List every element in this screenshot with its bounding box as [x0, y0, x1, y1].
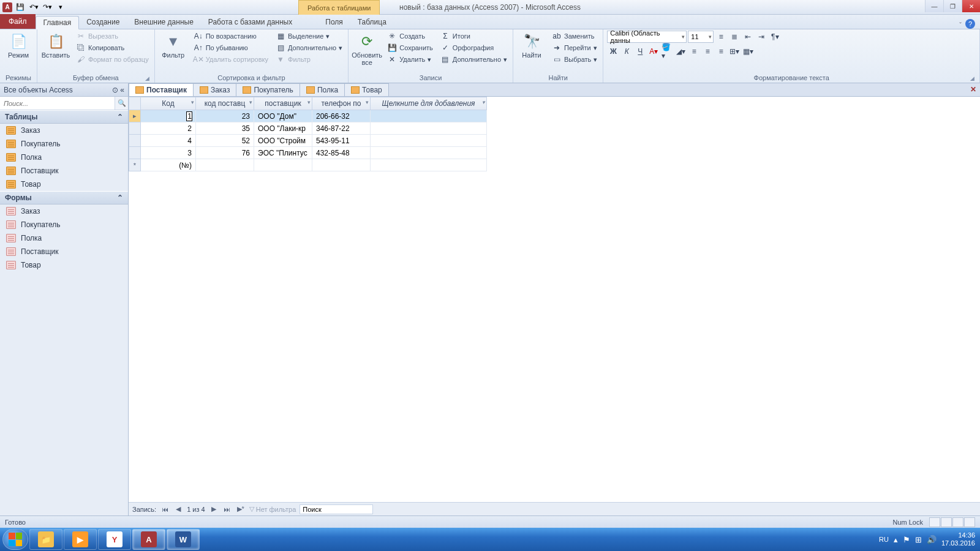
indent-dec-icon[interactable]: ⇤ [742, 31, 754, 43]
new-record-button[interactable]: ✳Создать [385, 31, 435, 42]
nav-item[interactable]: Покупатель [0, 137, 128, 151]
align-center-button[interactable]: ≡ [701, 45, 714, 58]
select-button[interactable]: ▭Выбрать ▾ [550, 54, 599, 65]
cell[interactable] [371, 122, 487, 135]
yandex-task-button[interactable]: Y [98, 529, 131, 550]
align-right-button[interactable]: ≡ [715, 45, 727, 58]
cut-button[interactable]: ✂Вырезать [74, 31, 151, 42]
cell[interactable]: 543-95-11 [312, 135, 371, 147]
italic-button[interactable]: К [620, 45, 633, 58]
underline-button[interactable]: Ч [634, 45, 646, 58]
numbering-icon[interactable]: ≣ [728, 31, 741, 43]
row-selector[interactable]: ▸ [129, 110, 141, 122]
cell[interactable] [254, 159, 312, 171]
table-row[interactable]: ▸123ООО "Дом"206-66-32 [129, 110, 487, 122]
font-size-combo[interactable]: 11 [688, 31, 714, 43]
nav-group-header[interactable]: Формы⌃ [0, 191, 128, 204]
more-records-button[interactable]: ▤Дополнительно ▾ [439, 54, 509, 65]
cell[interactable]: 1 [141, 110, 196, 122]
sort-asc-button[interactable]: A↓По возрастанию [192, 31, 270, 42]
tab-dbtools[interactable]: Работа с базами данных [201, 15, 300, 29]
text-dir-icon[interactable]: ¶▾ [769, 31, 781, 43]
find-button[interactable]: 🔭 Найти [517, 31, 546, 59]
table-row[interactable]: 376ЭОС "Плинтус432-85-48 [129, 147, 487, 159]
nav-item[interactable]: Заказ [0, 204, 128, 218]
nav-item[interactable]: Покупатель [0, 218, 128, 231]
datasheet-view-btn[interactable] [929, 517, 940, 527]
sort-desc-button[interactable]: A↑По убыванию [192, 42, 270, 53]
row-selector[interactable] [129, 122, 141, 135]
bold-button[interactable]: Ж [607, 45, 619, 58]
chevron-down-icon[interactable]: ▾ [366, 99, 369, 105]
nav-item[interactable]: Поставщик [0, 245, 128, 258]
pivot-view-btn[interactable] [952, 517, 963, 527]
row-selector[interactable] [129, 135, 141, 147]
new-record-nav-button[interactable]: ▶* [236, 505, 246, 513]
alt-row-color-button[interactable]: ▦▾ [742, 45, 754, 58]
doc-tab[interactable]: Товар [344, 83, 389, 96]
cell[interactable]: (№) [141, 159, 196, 171]
redo-icon[interactable]: ↷▾ [42, 2, 53, 13]
record-search-input[interactable] [300, 504, 373, 514]
media-task-button[interactable]: ▶ [64, 529, 97, 550]
start-button[interactable] [2, 529, 28, 550]
nav-header[interactable]: Все объекты Access ⊙ « [0, 83, 128, 97]
word-task-button[interactable]: W [167, 529, 200, 550]
chevron-down-icon[interactable]: ▾ [307, 99, 311, 105]
column-header[interactable]: Код▾ [141, 97, 196, 110]
clock[interactable]: 14:36 17.03.2016 [941, 531, 975, 547]
cell[interactable] [371, 159, 487, 171]
paste-button[interactable]: 📋 Вставить [41, 31, 70, 59]
restore-button[interactable]: ❐ [943, 0, 962, 12]
column-header[interactable]: код поставц▾ [196, 97, 254, 110]
row-selector[interactable] [129, 147, 141, 159]
doc-tab[interactable]: Поставщик [129, 83, 194, 96]
last-record-button[interactable]: ⏭ [222, 506, 232, 513]
qat-customize-icon[interactable]: ▾ [55, 2, 66, 13]
tab-external[interactable]: Внешние данные [127, 15, 201, 29]
table-row[interactable]: 452ООО "Стройм543-95-11 [129, 135, 487, 147]
text-format-dialog-icon[interactable]: ◢ [970, 75, 974, 81]
cell[interactable]: 52 [196, 135, 254, 147]
nav-item[interactable]: Полка [0, 151, 128, 164]
clipboard-dialog-icon[interactable]: ◢ [145, 75, 149, 81]
chart-view-btn[interactable] [964, 517, 975, 527]
cell[interactable]: 4 [141, 135, 196, 147]
ribbon-minimize-icon[interactable]: ˇ [959, 21, 962, 29]
row-selector[interactable]: * [129, 159, 141, 171]
doc-tab[interactable]: Покупатель [236, 83, 300, 96]
gridlines-button[interactable]: ⊞▾ [728, 45, 741, 58]
save-icon[interactable]: 💾 [15, 2, 26, 13]
next-record-button[interactable]: ▶ [209, 505, 219, 513]
tab-fields[interactable]: Поля [318, 15, 350, 29]
datasheet-grid[interactable]: Код▾код поставц▾поставщик▾телефон по▾Щел… [129, 97, 980, 502]
refresh-all-button[interactable]: ⟳ Обновить все [352, 31, 382, 66]
cell[interactable] [312, 159, 371, 171]
nav-item[interactable]: Заказ [0, 124, 128, 137]
nav-item[interactable]: Товар [0, 178, 128, 191]
cell[interactable]: ООО "Стройм [254, 135, 312, 147]
lang-indicator[interactable]: RU [879, 536, 889, 543]
delete-record-button[interactable]: ✕Удалить ▾ [385, 54, 435, 65]
close-button[interactable]: ✕ [962, 0, 980, 12]
doc-tab[interactable]: Полка [300, 83, 345, 96]
cell[interactable]: 206-66-32 [312, 110, 371, 122]
replace-button[interactable]: abЗаменить [550, 31, 599, 42]
totals-button[interactable]: ΣИтоги [439, 31, 509, 42]
cell[interactable]: 3 [141, 147, 196, 159]
align-left-button[interactable]: ≡ [688, 45, 700, 58]
volume-icon[interactable]: 🔊 [927, 535, 937, 544]
column-header[interactable]: телефон по▾ [312, 97, 371, 110]
add-column-header[interactable]: Щелкните для добавления▾ [371, 97, 487, 110]
tab-create[interactable]: Создание [79, 15, 127, 29]
nav-group-header[interactable]: Таблицы⌃ [0, 110, 128, 124]
cell[interactable]: ЭОС "Плинтус [254, 147, 312, 159]
advanced-filter-button[interactable]: ▤Дополнительно ▾ [274, 42, 344, 53]
design-view-btn[interactable] [941, 517, 952, 527]
tab-home[interactable]: Главная [36, 16, 80, 29]
view-mode-button[interactable]: 📄 Режим [4, 31, 33, 59]
nav-item[interactable]: Полка [0, 231, 128, 245]
first-record-button[interactable]: ⏮ [160, 506, 170, 513]
select-all-cell[interactable] [129, 97, 141, 110]
cell[interactable]: ООО "Лаки-кр [254, 122, 312, 135]
